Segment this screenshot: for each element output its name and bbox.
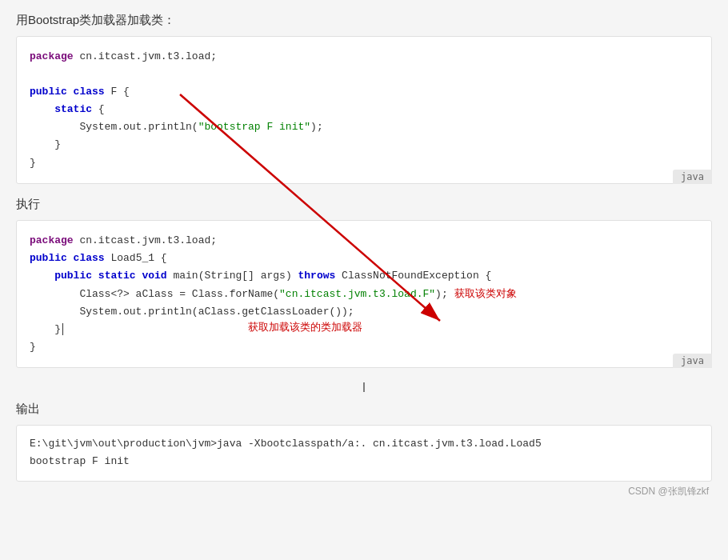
code-line: System.out.println("bootstrap F init"); [30, 121, 323, 133]
code-line: } [30, 138, 61, 150]
output-line-2: bootstrap F init [30, 453, 698, 470]
cursor-indicator: I [16, 381, 712, 395]
code-line: System.out.println(aClass.getClassLoader… [30, 306, 354, 318]
code-line: } [30, 157, 36, 169]
code-content-2: package cn.itcast.jvm.t3.load; public cl… [16, 220, 712, 369]
code-line: public static void main(String[] args) t… [30, 270, 491, 282]
annotation-get-loader: 获取加载该类的类加载器 [248, 320, 362, 334]
footer-text: CSDN @张凯锋zkf [628, 485, 709, 498]
lang-tag-2: java [673, 354, 712, 368]
code-line: public class Load5_1 { [30, 252, 167, 264]
code-line: package cn.itcast.jvm.t3.load; [30, 234, 217, 246]
code-line: static { [30, 103, 105, 115]
code-line: Class<?> aClass = Class.forName("cn.itca… [30, 288, 517, 300]
code-line: } [30, 323, 65, 335]
section2-title: 执行 [16, 197, 712, 212]
code-content-1: package cn.itcast.jvm.t3.load; public cl… [16, 36, 712, 184]
annotation-get-class: 获取该类对象 [454, 287, 517, 299]
lang-tag-1: java [673, 170, 712, 184]
output-line-1: E:\git\jvm\out\production\jvm>java -Xboo… [30, 435, 698, 453]
output-section: 输出 E:\git\jvm\out\production\jvm>java -X… [16, 402, 712, 498]
code-block-1: package cn.itcast.jvm.t3.load; public cl… [16, 36, 712, 184]
code-line: } [30, 341, 36, 353]
code-line: public class F { [30, 86, 130, 98]
output-block: E:\git\jvm\out\production\jvm>java -Xboo… [16, 425, 712, 481]
code-line: package cn.itcast.jvm.t3.load; [30, 50, 217, 62]
section1-title: 用Bootstrap类加载器加载类： [16, 13, 712, 28]
code-block-2: package cn.itcast.jvm.t3.load; public cl… [16, 220, 712, 369]
output-footer: CSDN @张凯锋zkf [16, 485, 712, 498]
section3-title: 输出 [16, 402, 712, 417]
